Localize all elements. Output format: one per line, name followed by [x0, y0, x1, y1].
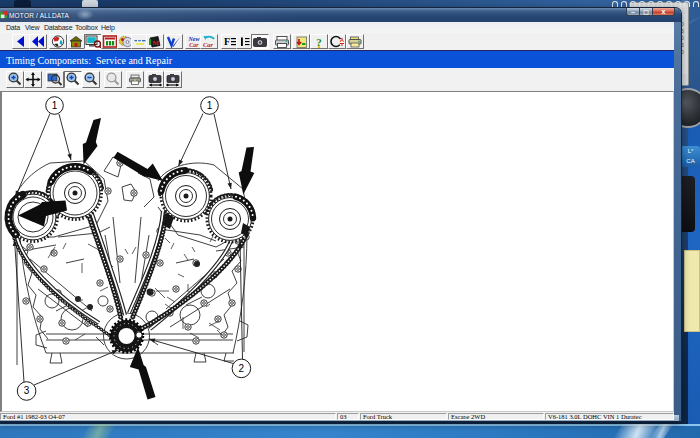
- svg-text:New: New: [188, 36, 201, 42]
- svg-text:A: A: [340, 37, 345, 43]
- svg-text:1: 1: [207, 100, 213, 111]
- svg-text:1: 1: [52, 100, 58, 111]
- svg-text:M: M: [152, 39, 159, 47]
- svg-text:Car: Car: [203, 41, 214, 48]
- svg-text:2: 2: [239, 363, 245, 374]
- svg-text:F: F: [224, 36, 230, 47]
- svg-text:3: 3: [24, 385, 30, 396]
- svg-text:Car: Car: [189, 42, 199, 48]
